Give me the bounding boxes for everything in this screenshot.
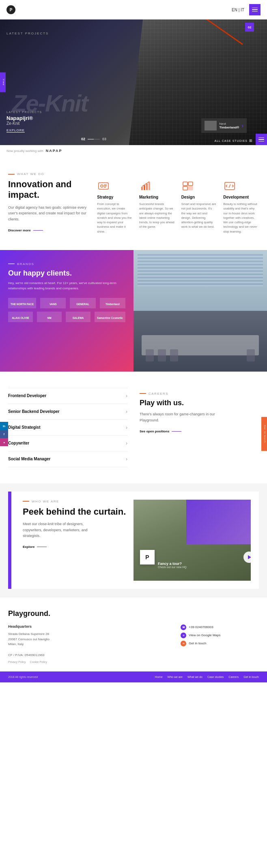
service-marketing: Marketing Successful brands anticipate c… <box>139 180 175 234</box>
footer-nav-contact[interactable]: Get in touch <box>243 676 259 678</box>
next-label: Next <box>219 122 239 126</box>
language-selector[interactable]: EN | IT <box>232 8 244 12</box>
hero-next-project[interactable]: Next Timberland® › <box>201 118 247 133</box>
all-cases-link[interactable]: All case studies ⊞ <box>215 139 253 143</box>
careers-desc: There's always room for game-changers in… <box>140 411 221 423</box>
what-title: Innovation and impact. <box>8 179 89 201</box>
tag-line <box>8 174 15 175</box>
footer-nav-cases[interactable]: Case studies <box>207 676 224 678</box>
footer-contact[interactable]: ✉ Get in touch <box>181 641 259 646</box>
contact-link: Get in touch <box>189 641 206 645</box>
development-title: Development <box>223 195 259 199</box>
see-positions-button[interactable]: See open positions <box>140 430 259 433</box>
strategy-icon <box>97 180 110 192</box>
service-strategy: Strategy From concept to execution, we c… <box>97 180 133 234</box>
linkedin-icon[interactable]: in <box>0 422 8 430</box>
vertical-get-in-touch[interactable]: Get in touch <box>261 417 267 451</box>
facebook-icon[interactable]: f <box>0 430 8 438</box>
slide-progress <box>88 139 100 139</box>
map-link: View on Google Maps <box>189 633 220 637</box>
job-arrow-2: › <box>126 425 127 430</box>
discover-more-button[interactable]: Discover more <box>8 229 89 232</box>
brands-row2: ALAIA OLIVIE NM SALEWA Samantine Cosmeti… <box>8 312 125 322</box>
careers-tag-line <box>140 393 146 394</box>
job-item-0[interactable]: Frontend Developer › <box>8 388 127 404</box>
hero-project-name: Napapijri® <box>6 115 42 121</box>
next-arrow-icon[interactable]: › <box>241 122 243 129</box>
who-we-are-section: WHO WE ARE Peek behind the curtain. Meet… <box>0 483 267 597</box>
next-project-info: Next Timberland® <box>219 122 239 129</box>
footer-nav-who[interactable]: Who we are <box>168 676 183 678</box>
brands-left: BRANDS Our happy clients. Hey, we're old… <box>0 250 134 372</box>
footer-nav-careers[interactable]: Careers <box>228 676 239 678</box>
hero-project-sub: Ze-Knit <box>6 121 42 126</box>
phone-number: +39 0240706003 <box>189 625 213 629</box>
job-item-3[interactable]: Copywriter › <box>8 436 127 451</box>
see-positions-line <box>172 431 181 432</box>
svg-rect-12 <box>188 186 193 190</box>
svg-rect-7 <box>146 184 148 190</box>
design-title: Design <box>181 195 217 199</box>
job-title-1: Senior Backend Developer <box>8 409 60 414</box>
job-item-1[interactable]: Senior Backend Developer › <box>8 404 127 420</box>
office-image <box>134 250 267 372</box>
footer-map[interactable]: ⊕ View on Google Maps <box>181 633 259 638</box>
job-item-2[interactable]: Digital Strategist › <box>8 420 127 436</box>
job-arrow-1: › <box>126 409 127 415</box>
cookie-link[interactable]: Cookie Policy <box>30 661 47 663</box>
footer-col-contact: ☎ +39 0240706003 ⊕ View on Google Maps ✉… <box>181 624 259 663</box>
logo[interactable]: P <box>6 5 15 14</box>
address-line3: Milan, Italy <box>8 642 24 646</box>
brand-salewa: SALEWA <box>66 312 90 322</box>
sidebar-social: in f ● <box>0 422 8 446</box>
marketing-desc: Successful brands anticipate change. So … <box>139 202 175 229</box>
play-logo-letter: P <box>145 554 149 560</box>
careers-title: Play with us. <box>140 399 259 408</box>
what-layout: WHAT WE DO Innovation and impact. Our di… <box>8 172 259 234</box>
brands-title: Our happy clients. <box>8 269 125 278</box>
brand-nm: NM <box>37 312 62 322</box>
brand-vans: VANS <box>40 298 66 308</box>
brand-north-face: THE NORTH FACE <box>8 298 36 308</box>
who-right: P Fancy a tour? Check out our new HQ <box>134 500 251 581</box>
partner-label: Now proudly working with <box>6 149 43 153</box>
job-title-0: Frontend Developer <box>8 393 46 398</box>
hamburger-button[interactable] <box>249 4 261 15</box>
sidebar-view-button[interactable]: View | ● <box>0 73 6 92</box>
design-desc: Smart and responsive are not just buzzwo… <box>181 202 217 229</box>
play-triangle-icon <box>248 555 251 559</box>
hero-latest-label: LATEST PROJECTS <box>6 111 42 113</box>
strategy-title: Strategy <box>97 195 133 199</box>
play-logo-box: P <box>140 550 155 564</box>
top-navigation: P EN | IT <box>0 0 267 19</box>
brand-alaia: ALAIA OLIVIE <box>8 312 33 322</box>
footer-nav-home[interactable]: Home <box>155 676 163 678</box>
who-explore-button[interactable]: Explore <box>23 545 129 549</box>
job-arrow-0: › <box>126 393 127 399</box>
brand-general: GENERAL <box>70 298 95 308</box>
who-tag: WHO WE ARE <box>23 500 129 503</box>
footer-grid: Headquarters Strada Deliana Superiore 28… <box>8 624 259 663</box>
job-item-4[interactable]: Social Media Manager › <box>8 451 127 467</box>
what-desc: Our digital agency has two goals: optimi… <box>8 205 89 222</box>
instagram-icon[interactable]: ● <box>0 438 8 446</box>
address-line2: 20067 Cernusco sul Naviglio <box>8 637 50 641</box>
hero-explore-button[interactable]: Explore <box>6 128 25 133</box>
slide-current-num: 02 <box>81 137 85 141</box>
fancy-tour-sub: Check out our new HQ <box>158 566 247 569</box>
careers-section: Frontend Developer › Senior Backend Deve… <box>0 372 267 483</box>
who-title: Peek behind the curtain. <box>23 507 129 517</box>
development-icon <box>223 180 236 192</box>
footer-logo: Playground. <box>8 609 259 618</box>
privacy-link[interactable]: Privacy Policy <box>8 661 26 663</box>
brands-row1: THE NORTH FACE VANS GENERAL Timberland <box>8 298 125 308</box>
hero-menu-button[interactable] <box>256 134 267 145</box>
slide-indicators: 02 03 <box>81 137 106 141</box>
footer-phone[interactable]: ☎ +39 0240706003 <box>181 624 259 630</box>
fancy-tour: Fancy a tour? Check out our new HQ <box>158 562 247 569</box>
svg-rect-6 <box>144 185 145 190</box>
headquarters-label: Headquarters <box>8 624 86 629</box>
footer-small-links: Privacy Policy Cookie Policy <box>8 661 86 663</box>
discover-line <box>33 230 43 231</box>
footer-nav-what[interactable]: What we do <box>187 676 202 678</box>
